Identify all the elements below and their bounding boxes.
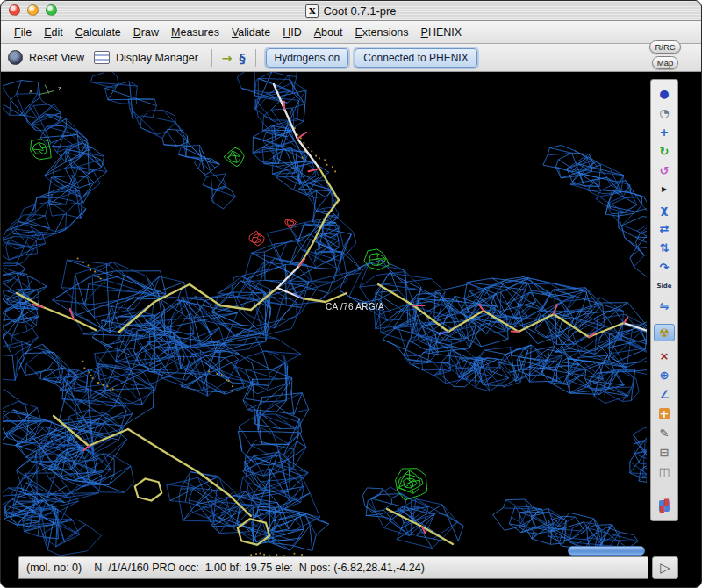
measure-icon[interactable]: ∠ <box>654 385 675 403</box>
rotate-translate-icon[interactable]: ↺ <box>654 161 675 179</box>
backbone-icon[interactable]: ⇋ <box>654 297 675 314</box>
window-title-area: X Coot 0.7.1-pre <box>1 1 701 20</box>
expander-icon[interactable]: ▶ <box>654 181 675 198</box>
pencil-icon[interactable]: ✎ <box>654 424 675 441</box>
radiation-icon[interactable]: ☢ <box>654 324 675 341</box>
hydrogens-toggle-button[interactable]: Hydrogens on <box>266 48 349 68</box>
real-space-refine-icon[interactable]: ↻ <box>654 142 675 160</box>
globe-icon[interactable]: ◔ <box>654 104 675 121</box>
menu-draw[interactable]: Draw <box>127 24 165 41</box>
menu-validate[interactable]: Validate <box>226 24 276 41</box>
residue-label: CA /76 ARG/A <box>326 302 384 312</box>
sequence-view-icon[interactable]: § <box>240 52 246 64</box>
axes-widget: x z <box>29 82 68 102</box>
axis-x-label: x <box>29 87 32 95</box>
status-mol-number: (mol. no: 0) <box>26 562 82 574</box>
delete-icon[interactable]: ⊟ <box>654 443 675 461</box>
window-controls <box>9 4 57 16</box>
menu-measures[interactable]: Measures <box>165 24 226 41</box>
go-to-atom-icon[interactable]: → <box>222 52 233 64</box>
expander-triangle-icon: ▷ <box>660 560 670 576</box>
reset-view-button[interactable]: Reset View <box>29 52 84 64</box>
display-manager-button[interactable]: Display Manager <box>116 52 198 64</box>
display-manager-icon[interactable] <box>94 51 110 64</box>
main-area: x z CA /76 ARG/A ● ◔ + ↻ <box>1 72 701 556</box>
zoom-button[interactable] <box>46 4 57 16</box>
minimize-button[interactable] <box>27 4 39 16</box>
menu-hid[interactable]: HID <box>276 24 308 41</box>
move-atoms-icon[interactable]: + <box>654 123 675 140</box>
right-pill-buttons: R/RC Map <box>649 40 681 69</box>
screenshot-icon[interactable]: ▞ <box>654 497 675 514</box>
torsion-icon[interactable]: ⇅ <box>654 239 675 256</box>
titlebar: X Coot 0.7.1-pre <box>1 1 701 21</box>
window-title: Coot 0.7.1-pre <box>323 4 396 18</box>
side-chain-icon[interactable]: Side <box>654 277 675 295</box>
status-row: (mol. no: 0) N /1/A/160 PRO occ: 1.00 bf… <box>1 556 701 579</box>
toolbar-icons: →§ <box>222 52 246 64</box>
status-atom-info: N /1/A/160 PRO occ: 1.00 bf: 19.75 ele: … <box>94 562 425 574</box>
app-window: X Coot 0.7.1-pre File Edit Calculate Dra… <box>0 0 702 588</box>
menu-extensions[interactable]: Extensions <box>348 24 414 41</box>
menu-about[interactable]: About <box>308 24 349 41</box>
map-button[interactable]: Map <box>652 56 678 69</box>
hscrollbar-thumb[interactable] <box>568 546 645 556</box>
menu-file[interactable]: File <box>8 24 38 41</box>
close-button[interactable] <box>9 4 20 16</box>
axis-z-label: z <box>58 84 61 92</box>
toolbar-separator <box>211 49 212 67</box>
bottom-frame <box>1 579 701 588</box>
reset-view-icon[interactable] <box>8 50 23 65</box>
menubar: File Edit Calculate Draw Measures Valida… <box>1 21 701 44</box>
sphere-icon[interactable]: ● <box>654 84 675 102</box>
phenix-status-button[interactable]: Connected to PHENIX <box>355 48 476 68</box>
eraser-icon[interactable]: ◫ <box>654 463 675 480</box>
x11-icon: X <box>305 4 319 18</box>
toolbar-separator <box>255 49 256 67</box>
right-toolbar: ● ◔ + ↻ ↺ ▶ <box>650 79 678 521</box>
rrc-button[interactable]: R/RC <box>649 40 680 54</box>
menu-calculate[interactable]: Calculate <box>69 24 127 41</box>
status-bar: (mol. no: 0) N /1/A/160 PRO occ: 1.00 bf… <box>18 556 648 579</box>
gl-viewport[interactable] <box>3 72 647 556</box>
menu-edit[interactable]: Edit <box>38 24 69 41</box>
find-waters-icon[interactable]: ⊕ <box>654 366 675 384</box>
status-expander-button[interactable]: ▷ <box>652 556 678 579</box>
toolbar: Reset View Display Manager →§ Hydrogens … <box>1 44 701 72</box>
chi-angles-icon[interactable]: χ <box>654 200 675 218</box>
menu-phenix[interactable]: PHENIX <box>415 24 469 41</box>
rotamer-icon[interactable]: ↷ <box>654 258 675 276</box>
mutate-icon[interactable]: × <box>654 347 675 364</box>
flip-peptide-icon[interactable]: ⇄ <box>654 219 675 237</box>
add-terminal-residue-icon[interactable]: + <box>654 405 675 422</box>
gl-viewport-wrap: x z CA /76 ARG/A <box>3 72 647 556</box>
